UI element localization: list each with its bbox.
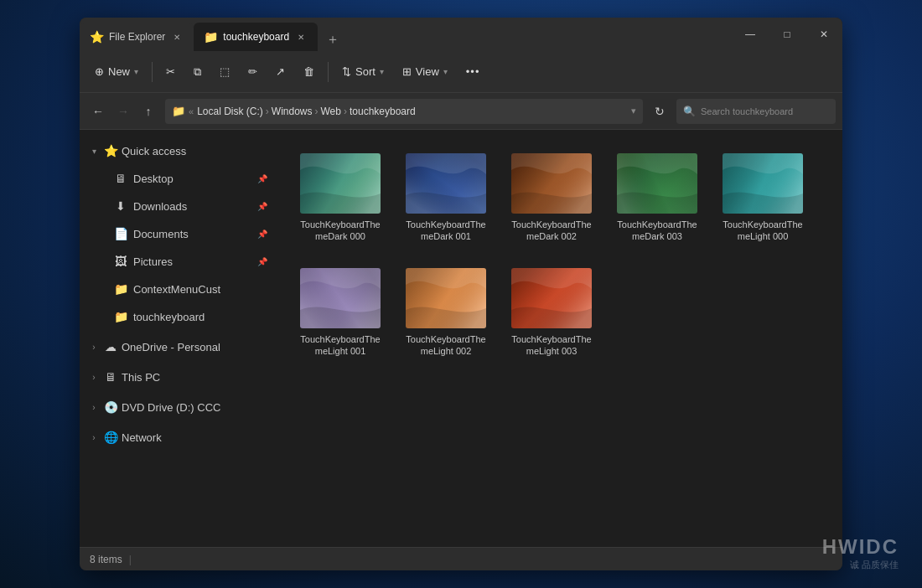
network-arrow-icon: › [88,433,100,442]
this-pc-item[interactable]: › 🖥 This PC [83,364,277,390]
file-item[interactable]: TouchKeyboardThemeDark 002 [505,147,598,248]
sidebar-item-downloads[interactable]: ⬇ Downloads 📌 [83,193,277,219]
statusbar-sep: | [129,554,132,565]
downloads-pin-icon: 📌 [257,202,267,211]
copy-btn[interactable]: ⧉ [185,57,210,87]
quick-access-header[interactable]: ▾ ⭐ Quick access [83,137,277,164]
bread-touchkeyboard[interactable]: touchkeyboard [350,106,416,117]
new-tab-btn[interactable]: ＋ [321,28,344,51]
back-btn[interactable]: ← [86,100,110,123]
file-item[interactable]: TouchKeyboardThemeLight 002 [400,261,492,363]
file-thumbnail [406,153,486,214]
file-name: TouchKeyboardThemeLight 003 [510,333,593,358]
onedrive-icon: ☁ [103,340,118,353]
view-label: View [416,65,439,78]
address-box[interactable]: 📁 « Local Disk (C:) › Windows › Web › to… [165,99,643,124]
search-icon: 🔍 [683,106,696,117]
bread-web[interactable]: Web [321,106,341,117]
more-btn[interactable]: ••• [458,57,489,87]
rename-btn[interactable]: ✏ [240,57,266,87]
dvd-section: › 💿 DVD Drive (D:) CCC [80,394,281,420]
sidebar: ▾ ⭐ Quick access 🖥 Desktop 📌 ⬇ Downloads… [80,130,281,547]
tab-file-explorer[interactable]: ⭐ File Explorer ✕ [80,23,194,51]
tabs-area: ⭐ File Explorer ✕ 📁 touchkeyboard ✕ ＋ [80,18,732,51]
main-content: ▾ ⭐ Quick access 🖥 Desktop 📌 ⬇ Downloads… [80,130,842,547]
share-btn[interactable]: ↗ [267,57,293,87]
tab2-label: touchkeyboard [223,31,289,43]
tab2-close-btn[interactable]: ✕ [294,30,308,44]
paste-btn[interactable]: ⬚ [211,57,238,87]
file-name: TouchKeyboardThemeLight 001 [299,333,381,358]
file-thumbnail [406,268,486,328]
pictures-icon: 🖼 [113,255,128,268]
network-item[interactable]: › 🌐 Network [83,424,277,451]
maximize-btn[interactable]: □ [769,18,805,51]
file-item[interactable]: TouchKeyboardThemeDark 000 [294,147,386,248]
onedrive-label: OneDrive - Personal [122,341,220,353]
file-name: TouchKeyboardThemeDark 002 [510,219,593,243]
file-thumbnail [300,268,381,328]
onedrive-section: › ☁ OneDrive - Personal [80,333,281,360]
quick-access-label: Quick access [122,145,186,157]
sidebar-item-touchkeyboard[interactable]: 📁 touchkeyboard [83,303,277,330]
dvd-label: DVD Drive (D:) CCC [122,401,220,414]
contextmenu-icon: 📁 [113,282,128,296]
sidebar-item-documents[interactable]: 📄 Documents 📌 [83,220,277,247]
onedrive-arrow-icon: › [88,343,100,352]
file-item[interactable]: TouchKeyboardThemeDark 003 [611,147,703,248]
refresh-btn[interactable]: ↻ [648,100,671,123]
addressbar-area: ← → ↑ 📁 « Local Disk (C:) › Windows › We… [80,93,842,130]
new-label: New [108,65,130,78]
up-btn[interactable]: ↑ [137,100,160,123]
sort-btn[interactable]: ⇅ Sort ▾ [334,57,392,87]
titlebar: ⭐ File Explorer ✕ 📁 touchkeyboard ✕ ＋ — … [80,18,842,51]
file-explorer-window: ⭐ File Explorer ✕ 📁 touchkeyboard ✕ ＋ — … [80,18,842,570]
separator2 [328,62,329,82]
forward-btn[interactable]: → [111,100,135,123]
contextmenu-label: ContextMenuCust [133,283,267,296]
bread-local-disk[interactable]: Local Disk (C:) [197,106,263,117]
sidebar-item-desktop[interactable]: 🖥 Desktop 📌 [83,165,277,192]
folder-small-icon: 📁 [172,105,185,117]
dvd-icon: 💿 [103,400,118,414]
quick-access-section: ▾ ⭐ Quick access 🖥 Desktop 📌 ⬇ Downloads… [80,137,281,330]
sidebar-item-contextmenu[interactable]: 📁 ContextMenuCust [83,276,277,302]
desktop-icon: 🖥 [113,172,128,185]
quick-access-arrow-icon: ▾ [88,147,100,156]
tab-touchkeyboard[interactable]: 📁 touchkeyboard ✕ [194,23,318,51]
downloads-icon: ⬇ [113,199,128,213]
file-item[interactable]: TouchKeyboardThemeLight 003 [505,261,598,363]
cut-btn[interactable]: ✂ [158,57,184,87]
file-name: TouchKeyboardThemeLight 000 [722,219,804,243]
this-pc-arrow-icon: › [88,373,100,382]
new-btn[interactable]: ⊕ New ▾ [86,57,147,87]
tab1-close-btn[interactable]: ✕ [170,30,184,44]
file-item[interactable]: TouchKeyboardThemeLight 000 [717,147,809,248]
view-chevron-icon: ▾ [443,67,448,76]
sidebar-item-pictures[interactable]: 🖼 Pictures 📌 [83,248,277,275]
file-name: TouchKeyboardThemeDark 003 [616,219,698,243]
pictures-pin-icon: 📌 [257,257,267,266]
file-item[interactable]: TouchKeyboardThemeLight 001 [294,261,386,363]
file-thumbnail [511,153,592,214]
file-thumbnail [723,153,803,214]
close-btn[interactable]: ✕ [805,18,842,51]
item-count: 8 items [90,554,122,565]
folder-icon-tab2: 📁 [204,30,218,44]
search-box[interactable]: 🔍 Search touchkeyboard [676,99,836,124]
documents-pin-icon: 📌 [257,230,267,239]
onedrive-item[interactable]: › ☁ OneDrive - Personal [83,333,277,360]
cut-icon: ✂ [166,65,175,78]
delete-btn[interactable]: 🗑 [295,57,323,87]
new-chevron-icon: ▾ [134,67,138,76]
bread-windows[interactable]: Windows [272,106,313,117]
dvd-item[interactable]: › 💿 DVD Drive (D:) CCC [83,394,277,420]
file-thumbnail [511,268,592,328]
file-item[interactable]: TouchKeyboardThemeDark 001 [400,147,492,248]
documents-icon: 📄 [113,227,128,240]
minimize-btn[interactable]: — [732,18,769,51]
address-chevron-icon[interactable]: ▾ [631,106,636,116]
file-name: TouchKeyboardThemeDark 000 [299,219,381,243]
search-placeholder: Search touchkeyboard [701,106,793,116]
view-btn[interactable]: ⊞ View ▾ [394,57,456,87]
